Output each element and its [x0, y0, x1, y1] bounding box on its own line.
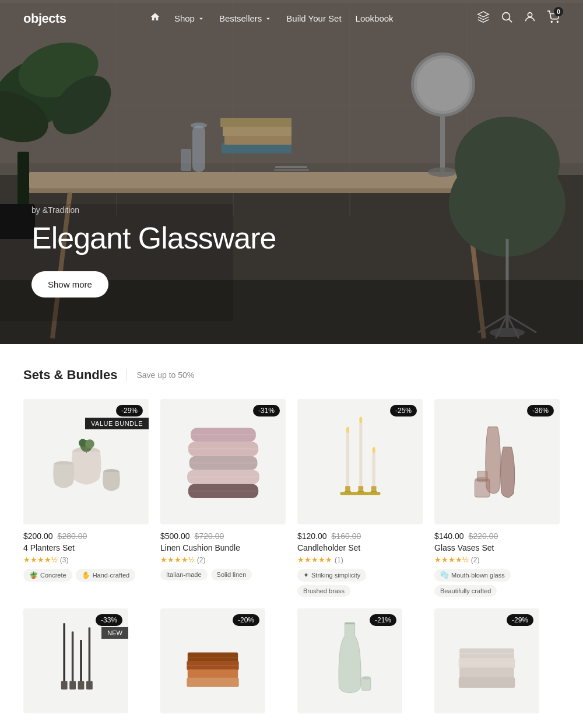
product-grid-row1: -29% VALUE BUNDLE — [23, 399, 560, 597]
nav-lookbook[interactable]: Lookbook — [356, 13, 394, 23]
discount-badge-towels: -20% — [233, 614, 259, 626]
svg-point-4 — [557, 21, 558, 22]
svg-rect-75 — [372, 452, 375, 487]
section-header: Sets & Bundles Save up to 50% — [23, 368, 560, 383]
show-more-button[interactable]: Show more — [31, 271, 108, 298]
svg-rect-80 — [475, 480, 490, 497]
product-card-candles[interactable]: -25% — [297, 399, 423, 597]
main-content: Sets & Bundles Save up to 50% -29% VALUE… — [0, 344, 583, 720]
price-row-planters: $200.00 $280.00 — [23, 531, 149, 541]
price-current-planters: $200.00 — [23, 531, 53, 541]
stars-row-vases: ★★★★½ (2) — [434, 555, 560, 564]
search-icon[interactable] — [500, 10, 513, 26]
discount-badge-vases: -36% — [527, 405, 554, 416]
cart-badge: 0 — [554, 7, 563, 16]
review-count-vases: (2) — [471, 556, 480, 564]
tag-striking: ✦Striking simplicity — [297, 569, 366, 582]
svg-line-1 — [509, 19, 512, 22]
hero-brand: by &Tradition — [31, 205, 276, 215]
discount-badge-candles2: -33% — [96, 614, 122, 626]
user-icon[interactable] — [524, 10, 536, 26]
svg-point-2 — [528, 13, 532, 17]
svg-rect-82 — [477, 471, 487, 481]
tag-brass: Brushed brass — [297, 585, 350, 597]
tags-planters: 🪴Concrete ✋Hand-crafted — [23, 569, 149, 582]
svg-rect-88 — [69, 681, 76, 690]
price-original-planters: $280.00 — [58, 531, 87, 541]
home-icon[interactable] — [150, 12, 160, 25]
discount-badge-bottle: -21% — [370, 614, 396, 626]
nav-bestsellers[interactable]: Bestsellers — [219, 13, 272, 23]
svg-rect-90 — [86, 681, 93, 690]
hero-title: Elegant Glassware — [31, 222, 276, 255]
product-image-candles: -25% — [297, 399, 423, 524]
svg-rect-93 — [188, 669, 238, 678]
product-card-bottle[interactable]: -21% — [297, 608, 423, 720]
product-card-cushions[interactable]: -31% $500.00 $720.00 — [160, 399, 286, 597]
price-current-cushions: $500.00 — [160, 531, 190, 541]
brand-logo[interactable]: objects — [23, 11, 66, 26]
svg-point-99 — [361, 676, 371, 680]
discount-badge-towels2: -29% — [507, 614, 533, 626]
nav-icons: 0 — [477, 10, 560, 26]
price-original-candles: $160.00 — [332, 531, 361, 541]
svg-rect-98 — [361, 678, 371, 691]
svg-rect-85 — [80, 640, 82, 682]
product-image-planters: -29% VALUE BUNDLE — [23, 399, 149, 524]
nav-build-your-set[interactable]: Build Your Set — [286, 13, 341, 23]
price-current-candles: $120.00 — [297, 531, 327, 541]
cart-icon[interactable]: 0 — [547, 10, 560, 26]
nav-links: Shop Bestsellers Build Your Set Lookbook — [150, 12, 394, 25]
value-badge-planters: VALUE BUNDLE — [85, 418, 149, 429]
discount-badge-planters: -29% — [116, 405, 143, 416]
discount-badge-candles: -25% — [390, 405, 417, 416]
stars-vases: ★★★★½ — [434, 555, 469, 564]
tag-italian: Italian-made — [160, 569, 208, 580]
svg-rect-100 — [459, 648, 514, 659]
hero-content: by &Tradition Elegant Glassware Show mor… — [31, 205, 276, 298]
svg-rect-97 — [345, 622, 354, 625]
price-original-vases: $220.00 — [469, 531, 498, 541]
svg-rect-102 — [459, 668, 514, 678]
svg-rect-86 — [89, 627, 91, 682]
nav-shop[interactable]: Shop — [174, 13, 205, 23]
tag-crafted: Beautifully crafted — [434, 585, 497, 597]
product-card-towels[interactable]: -20% — [160, 608, 286, 720]
svg-point-78 — [372, 447, 375, 453]
product-name-cushions: Linen Cushion Bundle — [160, 543, 286, 552]
stars-planters: ★★★★½ — [23, 555, 58, 564]
product-card-vases[interactable]: -36% $140.00 $220.00 Glass Vases Set — [434, 399, 560, 597]
navbar: objects Shop Bestsellers Build Your Set … — [0, 0, 583, 37]
svg-point-74 — [359, 416, 362, 422]
review-count-cushions: (2) — [197, 556, 206, 564]
tag-linen: Solid linen — [211, 569, 252, 580]
price-original-cushions: $720.00 — [195, 531, 224, 541]
price-row-cushions: $500.00 $720.00 — [160, 531, 286, 541]
product-name-candles: Candleholder Set — [297, 543, 423, 552]
tag-concrete: 🪴Concrete — [23, 569, 72, 582]
stars-cushions: ★★★★½ — [160, 555, 195, 564]
stars-candles: ★★★★★ — [297, 555, 332, 564]
tags-vases: 🫧Mouth-blown glass Beautifully crafted — [434, 569, 560, 597]
product-name-planters: 4 Planters Set — [23, 543, 149, 552]
tag-mouthblown: 🫧Mouth-blown glass — [434, 569, 511, 582]
product-card-planters[interactable]: -29% VALUE BUNDLE — [23, 399, 149, 597]
svg-rect-84 — [72, 632, 74, 682]
svg-rect-56 — [86, 447, 87, 453]
discount-badge-cushions: -31% — [253, 405, 280, 416]
product-card-candles2[interactable]: -33% NEW — [23, 608, 149, 720]
cube-icon[interactable] — [477, 10, 490, 26]
svg-rect-79 — [340, 492, 380, 495]
svg-rect-94 — [187, 678, 238, 687]
svg-rect-71 — [359, 422, 362, 487]
stars-row-candles: ★★★★★ (1) — [297, 555, 423, 564]
svg-rect-87 — [61, 681, 68, 690]
svg-point-3 — [551, 21, 552, 22]
product-grid-row2: -33% NEW -20% — [23, 608, 560, 720]
product-card-towels2[interactable]: -29% — [434, 608, 560, 720]
product-image-vases: -36% — [434, 399, 560, 524]
section-divider — [127, 369, 127, 382]
product-name-vases: Glass Vases Set — [434, 543, 560, 552]
product-image-cushions: -31% — [160, 399, 286, 524]
price-row-candles: $120.00 $160.00 — [297, 531, 423, 541]
